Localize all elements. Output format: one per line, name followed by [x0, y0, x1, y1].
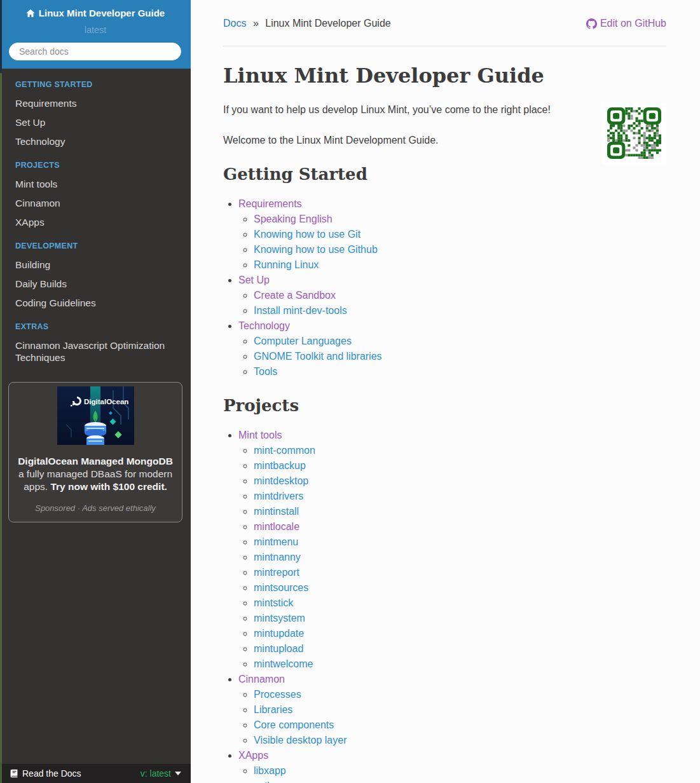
ad-text-bold: DigitalOcean Managed MongoDB [18, 456, 173, 466]
content-link-mintsources[interactable]: mintsources [254, 582, 308, 593]
content-link-libxapp[interactable]: libxapp [254, 765, 286, 776]
sidebar-item-set-up[interactable]: Set Up [0, 112, 191, 132]
list-item: Running Linux [254, 257, 666, 273]
ethical-ad[interactable]: DigitalOcean DigitalOcean Managed MongoD… [8, 382, 182, 522]
sidebar-section-caption: DEVELOPMENT [0, 231, 191, 255]
readthedocs-link[interactable]: Read the Docs [10, 768, 81, 779]
toc-list: RequirementsSpeaking EnglishKnowing how … [223, 196, 666, 379]
content-link-processes[interactable]: Processes [254, 689, 301, 700]
list-item: python-xapp [254, 779, 666, 783]
readthedocs-footer: Read the Docs v: latest [0, 764, 191, 783]
sidebar-item-daily-builds[interactable]: Daily Builds [0, 274, 191, 293]
content-link-mintsystem[interactable]: mintsystem [254, 613, 305, 623]
content-link-install-mint-dev-tools[interactable]: Install mint-dev-tools [254, 305, 347, 316]
content-link-mint-tools[interactable]: Mint tools [238, 430, 282, 440]
sidebar-item-cinnamon-javascript-optimization-techniques[interactable]: Cinnamon Javascript Optimization Techniq… [0, 336, 191, 367]
list-item: mintinstall [254, 504, 666, 519]
breadcrumb-docs-link[interactable]: Docs [223, 18, 246, 29]
content-link-mintreport[interactable]: mintreport [254, 567, 299, 578]
list-item: mintdesktop [254, 473, 666, 489]
list-item: mintstick [254, 596, 666, 611]
list-item: mintwelcome [254, 657, 666, 672]
content-link-mintdesktop[interactable]: mintdesktop [254, 475, 308, 486]
content-link-mintlocale[interactable]: mintlocale [254, 521, 299, 532]
content-link-mintupload[interactable]: mintupload [254, 643, 303, 654]
content-link-set-up[interactable]: Set Up [238, 275, 270, 285]
content-link-python-xapp[interactable]: python-xapp [254, 780, 310, 783]
content-link-mint-common[interactable]: mint-common [254, 445, 315, 456]
content-link-mintinstall[interactable]: mintinstall [254, 506, 299, 517]
sidebar: Linux Mint Developer Guide latest GETTIN… [0, 0, 191, 783]
qr-code-image [602, 102, 666, 164]
content-link-tools[interactable]: Tools [254, 366, 277, 377]
list-item: mintreport [254, 565, 666, 580]
list-item: Computer Languages [254, 334, 666, 349]
edit-on-github-link[interactable]: Edit on GitHub [586, 18, 666, 29]
sidebar-nav: GETTING STARTEDRequirementsSet UpTechnol… [0, 69, 191, 367]
content-link-gnome-toolkit-and-libraries[interactable]: GNOME Toolkit and libraries [254, 351, 382, 362]
section-heading: Projects [223, 395, 666, 416]
content-link-visible-desktop-layer[interactable]: Visible desktop layer [254, 735, 347, 746]
content-link-mintstick[interactable]: mintstick [254, 597, 293, 608]
content-link-create-a-sandbox[interactable]: Create a Sandbox [254, 290, 336, 301]
sidebar-item-technology[interactable]: Technology [0, 132, 191, 151]
content-link-libraries[interactable]: Libraries [254, 704, 292, 715]
list-item: libxapp [254, 763, 666, 779]
project-home-link[interactable]: Linux Mint Developer Guide [26, 7, 165, 20]
list-item: Processes [254, 687, 666, 702]
list-item: Create a Sandbox [254, 288, 666, 303]
list-item: mintupload [254, 641, 666, 657]
list-item: Knowing how to use Github [254, 242, 666, 257]
content-link-technology[interactable]: Technology [238, 320, 290, 331]
list-item: GNOME Toolkit and libraries [254, 349, 666, 364]
section-heading: Getting Started [223, 163, 666, 185]
list-item: Knowing how to use Git [254, 227, 666, 242]
sidebar-section-caption: EXTRAS [0, 312, 191, 336]
toc-sublist: ProcessesLibrariesCore componentsVisible… [238, 687, 666, 748]
content-link-mintdrivers[interactable]: mintdrivers [254, 491, 303, 501]
list-item: mintupdate [254, 626, 666, 641]
content-link-mintwelcome[interactable]: mintwelcome [254, 658, 313, 669]
list-item: RequirementsSpeaking EnglishKnowing how … [238, 196, 666, 273]
sidebar-item-xapps[interactable]: XApps [0, 212, 191, 231]
content-link-mintmenu[interactable]: mintmenu [254, 536, 298, 547]
sidebar-item-cinnamon[interactable]: Cinnamon [0, 193, 191, 212]
toc-sublist: Computer LanguagesGNOME Toolkit and libr… [238, 334, 666, 379]
book-icon [10, 769, 18, 778]
version-flyout-toggle[interactable]: v: latest [141, 768, 181, 779]
content-link-running-linux[interactable]: Running Linux [254, 259, 319, 270]
toc-sublist: Create a SandboxInstall mint-dev-tools [238, 288, 666, 318]
breadcrumb-separator: » [253, 18, 259, 29]
list-item: Install mint-dev-tools [254, 303, 666, 318]
content-link-knowing-how-to-use-git[interactable]: Knowing how to use Git [254, 229, 360, 240]
sidebar-section-caption: GETTING STARTED [0, 70, 191, 93]
list-item: mintlocale [254, 519, 666, 534]
content-link-knowing-how-to-use-github[interactable]: Knowing how to use Github [254, 244, 378, 255]
screen-edge-stripe [0, 0, 2, 783]
sidebar-item-coding-guidelines[interactable]: Coding Guidelines [0, 293, 191, 312]
content-link-mintbackup[interactable]: mintbackup [254, 460, 306, 471]
sidebar-item-mint-tools[interactable]: Mint tools [0, 174, 191, 193]
sidebar-item-building[interactable]: Building [0, 255, 191, 274]
sidebar-item-requirements[interactable]: Requirements [0, 93, 191, 112]
content-link-core-components[interactable]: Core components [254, 719, 334, 730]
content-link-cinnamon[interactable]: Cinnamon [238, 674, 285, 684]
ad-sponsored-label: Sponsored · Ads served ethically [15, 503, 175, 513]
content-link-xapps[interactable]: XApps [238, 750, 268, 761]
content-link-mintupdate[interactable]: mintupdate [254, 628, 304, 639]
content-link-speaking-english[interactable]: Speaking English [254, 214, 333, 224]
ad-text: DigitalOcean Managed MongoDB a fully man… [15, 455, 175, 493]
content-link-mintnanny[interactable]: mintnanny [254, 552, 301, 562]
list-item: Tools [254, 364, 666, 379]
list-item: Core components [254, 718, 666, 733]
list-item: Libraries [254, 702, 666, 718]
list-item: mintsystem [254, 611, 666, 626]
list-item: Set UpCreate a SandboxInstall mint-dev-t… [238, 273, 666, 318]
toc-sections: Getting StartedRequirementsSpeaking Engl… [223, 163, 666, 783]
content-link-computer-languages[interactable]: Computer Languages [254, 336, 352, 346]
intro-paragraph: If you want to help us develop Linux Min… [223, 102, 666, 118]
search-input[interactable] [9, 43, 181, 60]
ad-brand-text: DigitalOcean [84, 398, 128, 405]
content-link-requirements[interactable]: Requirements [238, 198, 302, 209]
page-title: Linux Mint Developer Guide [223, 63, 666, 88]
